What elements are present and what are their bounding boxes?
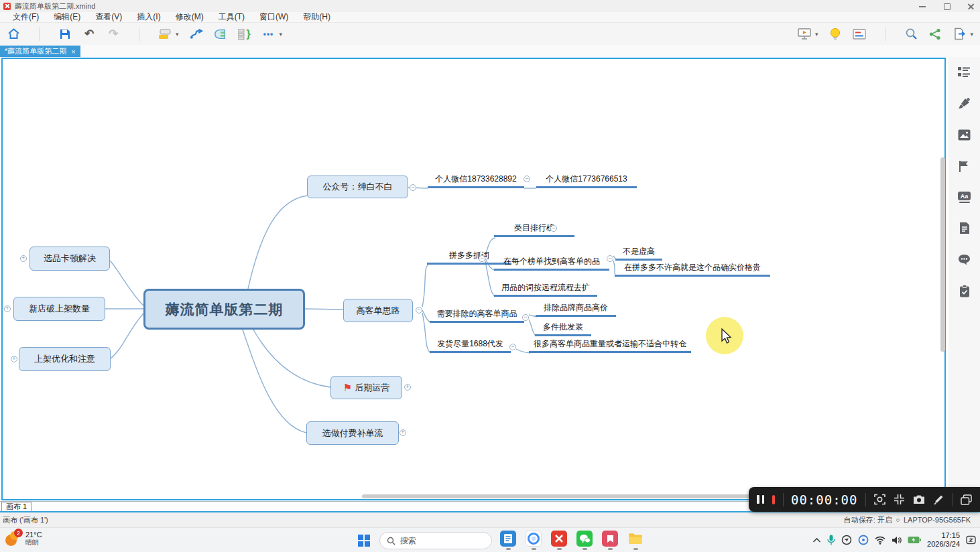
relationship-button[interactable] bbox=[190, 27, 203, 41]
more-tools-caret-icon[interactable]: ▾ bbox=[280, 31, 283, 38]
topic-fufei[interactable]: 选做付费补单流 bbox=[306, 421, 399, 445]
presentation-button[interactable] bbox=[798, 27, 811, 41]
weather-widget[interactable]: 2 21°C 晴朗 bbox=[5, 531, 42, 547]
tab-close-icon[interactable]: × bbox=[71, 48, 75, 56]
annotate-button[interactable] bbox=[933, 494, 944, 506]
select-region-button[interactable] bbox=[874, 494, 885, 506]
presentation-caret-icon[interactable]: ▾ bbox=[815, 31, 818, 38]
expand-toggle[interactable]: + bbox=[4, 305, 11, 312]
topic-shangjia[interactable]: 上架优化和注意 bbox=[19, 347, 111, 371]
close-button[interactable] bbox=[967, 2, 975, 10]
export-button[interactable] bbox=[953, 27, 966, 41]
wifi-icon[interactable] bbox=[875, 536, 885, 545]
topic-queshi[interactable]: 在拼多多不许高就是这个品确实价格贵 bbox=[615, 263, 770, 277]
taskbar-app-notepad[interactable] bbox=[499, 531, 517, 551]
topic-gaokedan[interactable]: 高客单思路 bbox=[343, 299, 413, 322]
save-button[interactable] bbox=[58, 27, 72, 41]
marker-panel-button[interactable] bbox=[958, 160, 971, 173]
clock-widget[interactable]: 17:15 2026/3/24 bbox=[927, 531, 960, 549]
menu-file[interactable]: 文件(F) bbox=[5, 11, 46, 23]
topic-pinpai[interactable]: 排除品牌商品高价 bbox=[536, 303, 616, 317]
notes-panel-button[interactable] bbox=[958, 222, 971, 234]
topic-gongzhonghao[interactable]: 公众号：绅白不白 bbox=[307, 176, 408, 198]
topic-yongpin[interactable]: 用品的词按远程流程去扩 bbox=[494, 283, 597, 297]
topic-fahuo[interactable]: 发货尽量1688代发 bbox=[430, 339, 511, 353]
collapse-toggle[interactable]: − bbox=[410, 184, 416, 191]
summary-button[interactable]: } bbox=[238, 27, 251, 41]
topic-weixin2[interactable]: 个人微信17736766513 bbox=[536, 174, 637, 188]
taskbar-app-video[interactable] bbox=[601, 531, 619, 551]
share-button[interactable] bbox=[928, 27, 942, 41]
topic-houqi[interactable]: ⚑ 后期运营 bbox=[330, 376, 402, 399]
document-tab[interactable]: *薅流简单版第二期 × bbox=[0, 46, 80, 57]
topic-xindian[interactable]: 新店破上架数量 bbox=[13, 297, 105, 321]
pause-recording-button[interactable] bbox=[757, 495, 764, 504]
expand-toggle[interactable]: + bbox=[11, 356, 17, 362]
mindmap-canvas[interactable]: 薅流简单版第二期 选品卡顿解决 新店破上架数量 上架优化和注意 公众号：绅白不白… bbox=[0, 57, 948, 501]
expand-toggle[interactable]: + bbox=[400, 429, 406, 436]
more-tools-button[interactable]: ••• bbox=[262, 27, 275, 41]
topic-shape-button[interactable] bbox=[158, 27, 172, 41]
vertical-scrollbar[interactable] bbox=[940, 157, 945, 352]
boundary-button[interactable] bbox=[214, 27, 227, 41]
recorder-windows-button[interactable] bbox=[961, 494, 972, 506]
horizontal-scrollbar[interactable] bbox=[362, 494, 751, 498]
menu-insert[interactable]: 插入(I) bbox=[129, 11, 168, 23]
topic-xuanpin[interactable]: 选品卡顿解决 bbox=[29, 247, 110, 271]
sheet-tab-canvas1[interactable]: 画布 1 bbox=[1, 502, 32, 512]
expand-toggle[interactable]: + bbox=[404, 384, 411, 391]
undo-button[interactable]: ↶ bbox=[82, 27, 96, 41]
topic-weixin1[interactable]: 个人微信18733628892 bbox=[428, 174, 524, 188]
taskbar-app-wechat[interactable] bbox=[575, 531, 594, 551]
maximize-button[interactable] bbox=[942, 2, 951, 10]
topic-shape-caret-icon[interactable]: ▾ bbox=[176, 31, 179, 38]
topic-central[interactable]: 薅流简单版第二期 bbox=[143, 289, 305, 330]
menu-modify[interactable]: 修改(M) bbox=[168, 11, 211, 23]
dingtalk-icon[interactable] bbox=[841, 535, 852, 545]
tasks-panel-button[interactable] bbox=[958, 285, 971, 297]
focus-assist-icon[interactable] bbox=[966, 535, 976, 545]
taskbar-app-browser[interactable] bbox=[524, 531, 543, 551]
tray-expand-icon[interactable] bbox=[812, 537, 821, 543]
topic-leimu[interactable]: 类目排行榜 bbox=[494, 223, 574, 237]
collapse-toggle[interactable]: − bbox=[479, 255, 485, 262]
menu-tools[interactable]: 工具(T) bbox=[211, 11, 252, 23]
outline-panel-button[interactable] bbox=[958, 66, 971, 78]
expand-toggle[interactable]: + bbox=[20, 255, 27, 262]
topic-bangdan[interactable]: 在每个榜单找到高客单的品 bbox=[494, 257, 609, 271]
microphone-icon[interactable] bbox=[827, 535, 835, 545]
menu-help[interactable]: 帮助(H) bbox=[296, 11, 338, 23]
redo-button[interactable]: ↷ bbox=[107, 27, 120, 41]
slide-panel-button[interactable] bbox=[853, 27, 866, 41]
search-button[interactable] bbox=[904, 27, 918, 41]
menu-edit[interactable]: 编辑(E) bbox=[46, 11, 88, 23]
minimize-button[interactable] bbox=[918, 2, 926, 10]
volume-icon[interactable] bbox=[892, 536, 902, 545]
style-panel-button[interactable] bbox=[958, 97, 971, 110]
topic-duojian[interactable]: 多件批发装 bbox=[535, 322, 591, 336]
collapse-toggle[interactable]: − bbox=[550, 225, 557, 232]
comments-panel-button[interactable] bbox=[958, 253, 971, 266]
stop-recording-button[interactable] bbox=[772, 495, 775, 504]
start-button[interactable] bbox=[355, 532, 373, 549]
idea-button[interactable] bbox=[829, 27, 842, 41]
collapse-toggle[interactable]: − bbox=[416, 307, 422, 314]
taskbar-app-explorer[interactable] bbox=[626, 531, 645, 551]
collapse-toggle[interactable]: − bbox=[607, 255, 613, 262]
battery-icon[interactable] bbox=[908, 536, 921, 544]
taskbar-search[interactable]: 搜索 bbox=[379, 532, 492, 549]
collapse-toggle[interactable]: − bbox=[522, 314, 529, 321]
app-tray-icon[interactable] bbox=[858, 535, 869, 545]
menu-window[interactable]: 窗口(W) bbox=[252, 11, 296, 23]
minimize-recorder-button[interactable] bbox=[894, 494, 905, 506]
image-panel-button[interactable] bbox=[958, 129, 971, 141]
collapse-toggle[interactable]: − bbox=[524, 176, 530, 182]
label-panel-button[interactable]: Aa bbox=[958, 192, 971, 203]
export-caret-icon[interactable]: ▾ bbox=[970, 31, 973, 38]
taskbar-app-xmind[interactable] bbox=[550, 531, 568, 551]
topic-paichu[interactable]: 需要排除的高客单商品 bbox=[430, 309, 524, 323]
home-button[interactable] bbox=[7, 27, 20, 41]
topic-zhongzhuan[interactable]: 很多高客单商品重量或者运输不适合中转仓 bbox=[529, 339, 691, 353]
collapse-toggle[interactable]: − bbox=[509, 344, 516, 350]
menu-view[interactable]: 查看(V) bbox=[88, 11, 129, 23]
